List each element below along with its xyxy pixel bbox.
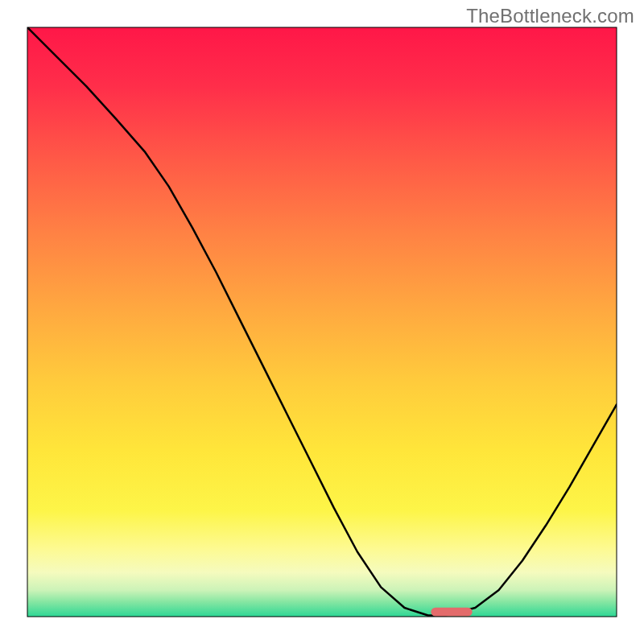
watermark-text: TheBottleneck.com	[466, 5, 634, 27]
plot-background	[27, 27, 617, 617]
chart-container: TheBottleneck.com	[0, 0, 644, 644]
optimal-range-marker	[431, 608, 472, 617]
bottleneck-chart	[0, 0, 644, 644]
